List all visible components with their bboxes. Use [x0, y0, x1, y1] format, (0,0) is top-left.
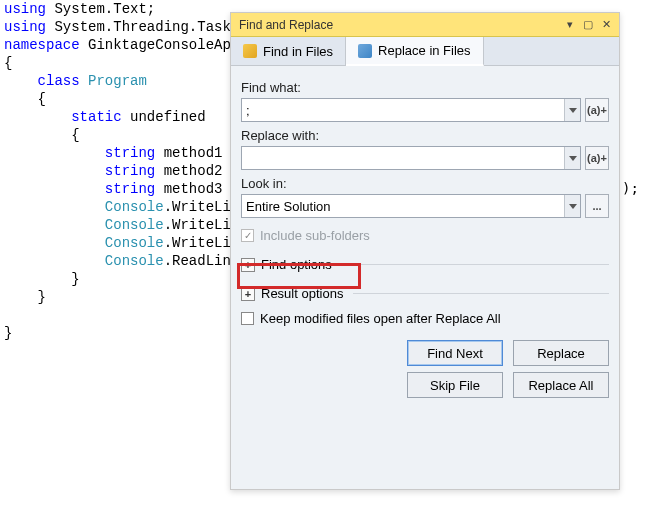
- find-icon: [243, 44, 257, 58]
- dialog-title: Find and Replace: [235, 18, 561, 32]
- find-replace-dialog: Find and Replace ▾ ▢ ✕ Find in Files Rep…: [230, 12, 620, 490]
- find-options-section[interactable]: + Find options: [241, 257, 609, 272]
- tab-label: Replace in Files: [378, 43, 471, 58]
- tab-strip: Find in Files Replace in Files: [231, 37, 619, 66]
- result-options-section[interactable]: + Result options: [241, 286, 609, 301]
- replace-with-input[interactable]: [241, 146, 581, 170]
- replace-with-label: Replace with:: [241, 128, 609, 143]
- replace-button[interactable]: Replace: [513, 340, 609, 366]
- code-fragment: );: [622, 180, 639, 196]
- tab-label: Find in Files: [263, 44, 333, 59]
- include-subfolders-checkbox: Include sub-folders: [241, 228, 609, 243]
- chevron-down-icon[interactable]: [564, 99, 580, 121]
- find-what-value: ;: [246, 103, 250, 118]
- tab-replace-in-files[interactable]: Replace in Files: [346, 37, 484, 66]
- replace-icon: [358, 44, 372, 58]
- expression-builder-button[interactable]: (a)+: [585, 146, 609, 170]
- section-label: Find options: [261, 257, 332, 272]
- titlebar: Find and Replace ▾ ▢ ✕: [231, 13, 619, 37]
- tab-find-in-files[interactable]: Find in Files: [231, 37, 346, 65]
- checkbox-label: Keep modified files open after Replace A…: [260, 311, 501, 326]
- dialog-body: Find what: ; (a)+ Replace with: (a)+ Loo…: [231, 66, 619, 489]
- replace-all-button[interactable]: Replace All: [513, 372, 609, 398]
- section-label: Result options: [261, 286, 343, 301]
- chevron-down-icon[interactable]: [564, 195, 580, 217]
- keep-modified-checkbox[interactable]: Keep modified files open after Replace A…: [241, 311, 609, 326]
- checkbox-icon: [241, 229, 254, 242]
- look-in-label: Look in:: [241, 176, 609, 191]
- skip-file-button[interactable]: Skip File: [407, 372, 503, 398]
- chevron-down-icon[interactable]: [564, 147, 580, 169]
- expand-icon[interactable]: +: [241, 287, 255, 301]
- find-next-button[interactable]: Find Next: [407, 340, 503, 366]
- window-options-icon[interactable]: ▾: [561, 17, 579, 33]
- checkbox-label: Include sub-folders: [260, 228, 370, 243]
- find-what-input[interactable]: ;: [241, 98, 581, 122]
- expression-builder-button[interactable]: (a)+: [585, 98, 609, 122]
- checkbox-icon: [241, 312, 254, 325]
- browse-button[interactable]: ...: [585, 194, 609, 218]
- close-icon[interactable]: ✕: [597, 17, 615, 33]
- look-in-select[interactable]: Entire Solution: [241, 194, 581, 218]
- maximize-icon[interactable]: ▢: [579, 17, 597, 33]
- look-in-value: Entire Solution: [246, 199, 331, 214]
- find-what-label: Find what:: [241, 80, 609, 95]
- expand-icon[interactable]: +: [241, 258, 255, 272]
